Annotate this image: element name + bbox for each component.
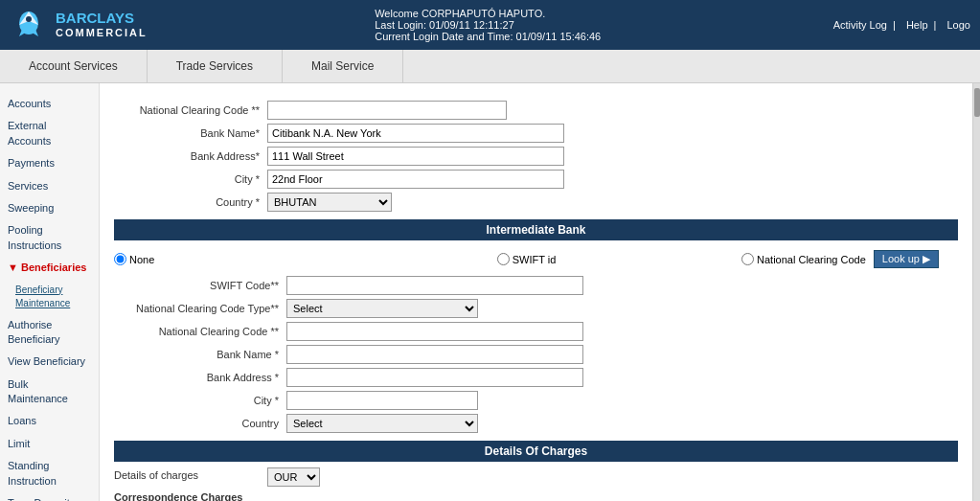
inter-country-label: Country [114,418,286,429]
inter-city-label: City * [114,395,286,406]
sidebar-item-services[interactable]: Services [0,175,99,197]
details-of-charges-value: OUR [267,467,320,487]
bank-address-input[interactable] [267,147,564,166]
logo-line1: BARCLAYS [56,10,148,27]
radio-ncc-text: National Clearing Code [757,254,866,265]
city-input[interactable] [267,170,564,189]
intermediate-bank-header: Intermediate Bank [114,219,958,240]
radio-swift-text: SWIFT id [513,254,557,265]
logo-link[interactable]: Logo [947,19,970,31]
radio-swift-col: SWIFT id [389,253,664,265]
charges-header: Details Of Charges [114,441,958,462]
country-label: Country * [114,196,267,208]
bank-name-row: Bank Name* [114,124,958,143]
nav-account-services[interactable]: Account Services [0,50,148,82]
scroll-thumb [974,88,980,117]
sidebar: Accounts External Accounts Payments Serv… [0,83,100,501]
charges-section: Details of charges OUR Correspondence Ch… [114,467,958,501]
current-login-text: Current Login Date and Time: 01/09/11 15… [375,31,601,42]
swift-code-label: SWIFT Code** [114,280,286,291]
welcome-text: Welcome CORPHAPUTÓ HAPUTO. [375,8,601,19]
inter-country-row: Country Select [114,414,958,433]
help-link[interactable]: Help [906,19,928,31]
inter-city-row: City * [114,391,958,410]
svg-point-3 [26,16,32,22]
inter-country-select[interactable]: Select [286,414,478,433]
main-container: Accounts External Accounts Payments Serv… [0,83,980,501]
intermediate-radio-group: None SWIFT id National Clearing Code Loo… [114,246,958,272]
sidebar-item-beneficiary-maintenance[interactable]: Beneficiary Maintenance [0,280,99,314]
nav-trade-services[interactable]: Trade Services [148,50,283,82]
details-of-charges-label: Details of charges [114,467,267,481]
ncc-row: National Clearing Code ** [114,101,958,120]
radio-none-col: None [114,253,389,265]
radio-none-text: None [129,254,154,265]
radio-none-input[interactable] [114,253,126,265]
sidebar-item-standing-instruction[interactable]: Standing Instruction [0,455,99,492]
sidebar-item-external-accounts[interactable]: External Accounts [0,115,99,152]
sidebar-item-pooling[interactable]: Pooling Instructions [0,219,99,257]
charges-select[interactable]: OUR [267,467,320,487]
city-row: City * [114,170,958,189]
sidebar-item-loans[interactable]: Loans [0,410,99,432]
header: BARCLAYS COMMERCIAL Welcome CORPHAPUTÓ H… [0,0,980,50]
sidebar-item-limit[interactable]: Limit [0,433,99,455]
ncc-type-row: National Clearing Code Type** Select [114,299,958,318]
sidebar-item-view-beneficiary[interactable]: View Beneficiary [0,351,99,373]
inter-bank-name-input[interactable] [286,345,583,364]
ncc-input[interactable] [267,101,507,120]
country-row: Country * BHUTAN [114,193,958,212]
country-select[interactable]: BHUTAN [267,193,392,212]
sidebar-item-term-deposits[interactable]: Term Deposits [0,492,99,501]
radio-ncc-label: National Clearing Code [741,253,866,265]
logo-area: BARCLAYS COMMERCIAL [10,6,148,44]
details-of-charges-row: Details of charges OUR [114,467,958,487]
swift-code-row: SWIFT Code** [114,276,958,295]
radio-none-label: None [114,253,154,265]
bank-address-row: Bank Address* [114,147,958,166]
radio-ncc-col: National Clearing Code Look up ▶ [664,250,958,268]
sidebar-item-beneficiaries[interactable]: ▼ Beneficiaries [0,257,99,279]
beneficiaries-arrow: ▼ [8,262,21,273]
inter-bank-address-label: Bank Address * [114,372,286,383]
sidebar-item-accounts[interactable]: Accounts [0,93,99,115]
inter-bank-address-input[interactable] [286,368,583,387]
inter-bank-name-label: Bank Name * [114,349,286,360]
nav-mail-service[interactable]: Mail Service [283,50,403,82]
radio-swift-label: SWIFT id [497,253,557,265]
nav-bar: Account Services Trade Services Mail Ser… [0,50,980,83]
city-label: City * [114,173,267,185]
barclays-eagle-icon [10,6,48,44]
ncc-type-select[interactable]: Select [286,299,478,318]
radio-swift-input[interactable] [497,253,510,265]
scrollbar[interactable] [972,83,980,501]
correspondence-charges-row: Correspondence Charges Details [114,490,958,501]
logo-text: BARCLAYS COMMERCIAL [56,10,148,39]
inter-ncc-label: National Clearing Code ** [114,326,286,337]
inter-ncc-row: National Clearing Code ** [114,322,958,341]
sidebar-item-payments[interactable]: Payments [0,152,99,174]
content-area: National Clearing Code ** Bank Name* Ban… [100,83,972,501]
inter-bank-address-row: Bank Address * [114,368,958,387]
radio-ncc-input[interactable] [741,253,754,265]
logo-line2: COMMERCIAL [56,27,148,39]
header-welcome: Welcome CORPHAPUTÓ HAPUTO. Last Login: 0… [375,8,601,42]
inter-bank-name-row: Bank Name * [114,345,958,364]
bank-name-input[interactable] [267,124,564,143]
ncc-label: National Clearing Code ** [114,104,267,116]
ncc-type-label: National Clearing Code Type** [114,303,286,314]
bank-name-label: Bank Name* [114,127,267,139]
inter-ncc-input[interactable] [286,322,583,341]
lookup-button[interactable]: Look up ▶ [874,250,939,268]
sidebar-item-sweeping[interactable]: Sweeping [0,197,99,219]
bank-address-label: Bank Address* [114,150,267,162]
swift-code-input[interactable] [286,276,583,295]
sidebar-item-authorise-beneficiary[interactable]: Authorise Beneficiary [0,314,99,352]
last-login-text: Last Login: 01/09/11 12:11:27 [375,19,601,31]
sidebar-item-bulk-maintenance[interactable]: Bulk Maintenance [0,374,99,411]
header-nav-links: Activity Log | Help | Logo [829,19,970,31]
correspondence-charges-label: Correspondence Charges Details [114,490,267,501]
inter-city-input[interactable] [286,391,478,410]
activity-log-link[interactable]: Activity Log [833,19,887,31]
